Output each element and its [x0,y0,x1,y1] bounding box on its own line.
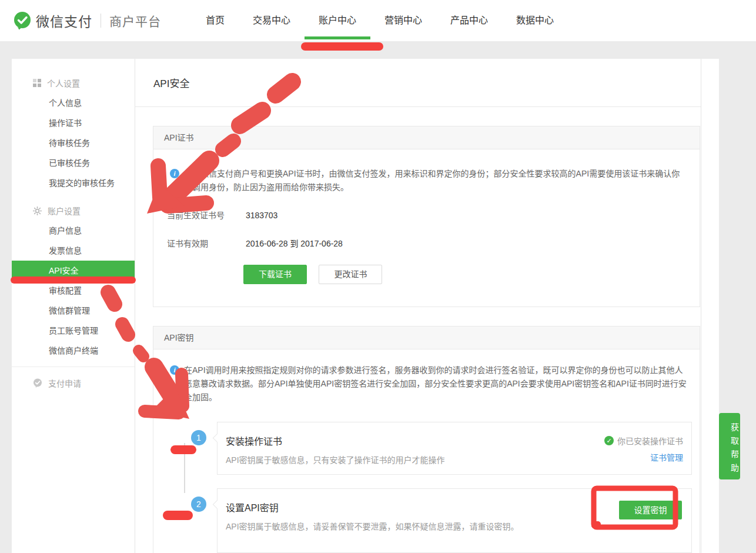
api-key-panel-header: API密钥 [153,327,700,349]
nav-item-transaction-center[interactable]: 交易中心 [253,0,290,41]
cert-validity-label: 证书有效期 [167,238,243,250]
sidebar-item-operation-cert[interactable]: 操作证书 [12,113,135,133]
step-1-badge: 1 [191,430,206,445]
main-content: API安全 API证书 i 申请微信支付商户号和更换API证书时，由微信支付签发… [135,59,701,553]
api-key-panel: API密钥 i 在API调用时用来按照指定规则对你的请求参数进行签名，服务器收到… [153,326,700,553]
step-set-api-key: 2 设置API密钥 API密钥属于敏感信息，请妥善保管不要泄露，如果怀疑信息泄露… [217,488,692,553]
sidebar-item-staff-account-mgmt[interactable]: 员工账号管理 [12,321,135,341]
sidebar-item-wechat-group-mgmt[interactable]: 微信群管理 [12,301,135,321]
download-cert-button[interactable]: 下载证书 [243,265,307,284]
check-circle-icon: ✓ [604,436,614,445]
cert-info-text: 申请微信支付商户号和更换API证书时，由微信支付签发，用来标识和界定你的身份；部… [184,167,687,194]
cert-number-row: 当前生效证书号 3183703 [167,209,700,222]
nav-item-marketing-center[interactable]: 营销中心 [384,0,422,41]
page-title-row: API安全 [135,59,701,107]
logo-title: 微信支付 [36,11,92,31]
step-2-badge: 2 [191,497,206,512]
gear-icon [33,206,42,215]
sidebar-section-title: 个人设置 [47,77,80,89]
top-nav: 首页 交易中心 账户中心 营销中心 产品中心 数据中心 [206,0,554,41]
logo-subtitle: 商户平台 [109,12,161,29]
sidebar-section-personal: 个人设置 个人信息 操作证书 待审核任务 已审核任务 我提交的审核任务 [12,73,135,193]
sidebar-item-wechat-merchant-terminal[interactable]: 微信商户终端 [12,341,135,361]
info-icon: i [170,169,179,178]
step-install-cert: 1 安装操作证书 API密钥属于敏感信息，只有安装了操作证书的用户才能操作 ✓ … [217,422,692,475]
cert-validity-row: 证书有效期 2016-06-28 到 2017-06-28 [167,238,700,250]
sidebar-item-merchant-info[interactable]: 商户信息 [12,221,135,241]
nav-red-underline [301,42,383,51]
sidebar-item-reviewed-tasks[interactable]: 已审核任务 [12,153,135,173]
nav-item-data-center[interactable]: 数据中心 [516,0,554,41]
sidebar-item-invoice-info[interactable]: 发票信息 [12,241,135,261]
api-cert-panel-header: API证书 [153,126,700,149]
api-key-panel-body: i 在API调用时用来按照指定规则对你的请求参数进行签名，服务器收到你的请求时会… [153,349,700,553]
nav-item-home[interactable]: 首页 [206,0,225,41]
get-help-button[interactable]: 获取帮助 [719,413,740,479]
key-info-text: 在API调用时用来按照指定规则对你的请求参数进行签名，服务器收到你的请求时会进行… [184,364,687,404]
api-cert-panel: API证书 i 申请微信支付商户号和更换API证书时，由微信支付签发，用来标识和… [153,126,700,307]
right-gutter [701,59,719,553]
sidebar-item-review-config[interactable]: 审核配置 [12,281,135,301]
sidebar-item-my-submitted-tasks[interactable]: 我提交的审核任务 [12,173,135,193]
logo-separator [101,14,101,28]
cert-info-line: i 申请微信支付商户号和更换API证书时，由微信支付签发，用来标识和界定你的身份… [167,167,700,194]
sidebar-section-title[interactable]: 支付申请 [48,377,81,389]
cert-management-link[interactable]: 证书管理 [650,451,683,463]
step-2-description: API密钥属于敏感信息，请妥善保管不要泄露，如果怀疑信息泄露，请重设密钥。 [226,520,691,532]
step-1-description: API密钥属于敏感信息，只有安装了操作证书的用户才能操作 [226,454,691,465]
cert-buttons-row: 下载证书 更改证书 [167,265,700,284]
sidebar-header-personal-settings: 个人设置 [12,73,135,93]
step-1-status: ✓ 你已安装操作证书 [604,435,683,447]
set-api-key-button[interactable]: 设置密钥 [619,501,682,519]
change-cert-button[interactable]: 更改证书 [319,265,382,284]
step-1-status-text: 你已安装操作证书 [617,435,683,447]
page-title: API安全 [153,75,189,90]
sidebar-item-pending-tasks[interactable]: 待审核任务 [12,133,135,153]
sidebar-section-title: 账户设置 [48,205,81,216]
nav-item-product-center[interactable]: 产品中心 [450,0,488,41]
sidebar-divider [12,367,135,367]
grid-icon [33,79,41,87]
cert-number-label: 当前生效证书号 [167,209,243,222]
cert-number-value: 3183703 [246,211,278,220]
nav-item-account-center[interactable]: 账户中心 [319,0,356,41]
sidebar-header-account-settings: 账户设置 [12,201,135,221]
sidebar-section-account: 账户设置 商户信息 发票信息 API安全 审核配置 微信群管理 员工账号管理 微… [12,201,135,361]
sidebar-item-personal-info[interactable]: 个人信息 [12,93,135,113]
cert-validity-value: 2016-06-28 到 2017-06-28 [246,239,343,248]
sidebar-header-payment-application: 支付申请 [12,373,135,393]
info-icon: i [170,365,179,375]
wechat-pay-logo-icon [13,11,32,30]
key-info-line: i 在API调用时用来按照指定规则对你的请求参数进行签名，服务器收到你的请求时会… [167,364,700,404]
sidebar-section-payment: 支付申请 [12,373,135,393]
chat-bubble-icon [33,378,42,388]
api-cert-panel-body: i 申请微信支付商户号和更换API证书时，由微信支付签发，用来标识和界定你的身份… [153,149,700,307]
top-header: 微信支付 商户平台 首页 交易中心 账户中心 营销中心 产品中心 数据中心 [0,0,756,41]
api-key-steps: 1 安装操作证书 API密钥属于敏感信息，只有安装了操作证书的用户才能操作 ✓ … [217,422,700,553]
sidebar: 个人设置 个人信息 操作证书 待审核任务 已审核任务 我提交的审核任务 账户设置… [12,59,135,553]
wechat-pay-logo: 微信支付 商户平台 [13,0,161,41]
sidebar-item-api-security[interactable]: API安全 [12,261,135,281]
